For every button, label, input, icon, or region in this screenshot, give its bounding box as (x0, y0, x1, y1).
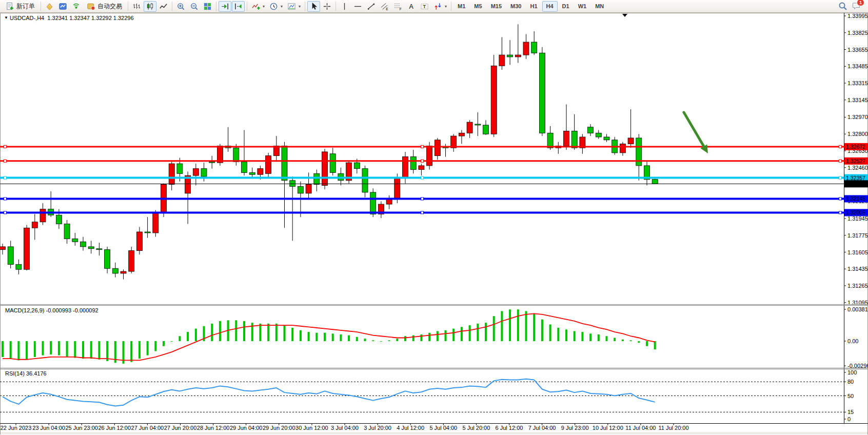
line-handle[interactable] (839, 145, 842, 148)
macd-histogram-bar (26, 341, 28, 360)
cursor-button[interactable] (307, 1, 320, 12)
crosshair-button[interactable] (321, 1, 333, 12)
chart-canvas[interactable]: 1.339951.338251.336551.334851.333151.331… (0, 0, 868, 435)
candle-body (628, 138, 634, 144)
line-handle[interactable] (421, 211, 424, 214)
candle-body (217, 146, 223, 163)
candle-body (652, 180, 658, 184)
new-order-button[interactable]: 新订单 (2, 1, 38, 12)
line-handle[interactable] (4, 197, 7, 200)
vertical-line-button[interactable] (338, 1, 351, 12)
chart-shift-button[interactable] (232, 1, 245, 12)
candle-body (233, 148, 239, 162)
timeframe-m1-button[interactable]: M1 (453, 1, 469, 12)
candle-body (410, 157, 416, 170)
candle-body (459, 133, 464, 136)
chat-button[interactable]: 1 (852, 2, 861, 11)
line-chart-button[interactable] (157, 1, 170, 12)
line-handle[interactable] (421, 160, 424, 162)
tile-windows-button[interactable] (201, 1, 214, 12)
charts-window-button[interactable] (56, 1, 69, 12)
timeframe-h4-button[interactable]: H4 (542, 1, 558, 12)
signal-icon (72, 2, 81, 11)
macd-histogram-bar (2, 341, 4, 357)
price-tick-label: 1.31775 (847, 232, 868, 239)
macd-histogram-bar (589, 333, 591, 341)
line-handle[interactable] (421, 176, 424, 179)
chevron-down-icon: ▾ (445, 4, 447, 9)
label-tool-button[interactable]: T (418, 1, 431, 12)
zoom-in-button[interactable] (174, 1, 187, 12)
zoom-out-button[interactable] (188, 1, 201, 12)
line-handle[interactable] (839, 211, 842, 214)
timeframe-d1-button[interactable]: D1 (558, 1, 574, 12)
channel-glyph: E (386, 7, 388, 10)
candle-body (136, 232, 142, 251)
chart-collapse-icon[interactable]: ▼ (4, 15, 8, 20)
arrows-tool-button[interactable]: ▾ (431, 1, 449, 12)
horizontal-line-button[interactable] (351, 1, 364, 12)
candle-body (475, 124, 481, 125)
timeframe-m30-button[interactable]: M30 (506, 1, 525, 12)
macd-histogram-bar (315, 333, 318, 341)
trendline-button[interactable] (365, 1, 378, 12)
main-toolbar: 新订单 自动交易 (0, 0, 868, 13)
line-handle[interactable] (839, 176, 842, 179)
timeframe-w1-button[interactable]: W1 (574, 1, 591, 12)
macd-histogram-bar (130, 341, 132, 362)
macd-histogram-bar (195, 329, 197, 341)
auto-scroll-button[interactable] (219, 1, 231, 12)
candle-body (507, 55, 513, 57)
macd-histogram-bar (17, 341, 19, 360)
signals-button[interactable] (70, 1, 83, 12)
candle-body (258, 169, 263, 175)
quotes-button[interactable] (43, 1, 56, 12)
macd-histogram-bar (364, 339, 366, 341)
price-tick-label: 1.31435 (847, 266, 868, 272)
macd-histogram-bar (428, 333, 430, 341)
candle-body (314, 173, 320, 184)
price-label-text: 1.32145 (846, 195, 865, 202)
fibonacci-button[interactable]: F (391, 1, 404, 12)
timeframe-h1-button[interactable]: H1 (526, 1, 541, 12)
candle-body (282, 146, 287, 180)
rsi-indicator-label: RSI(14) 36.4176 (5, 370, 47, 377)
periods-button[interactable]: ▾ (267, 1, 285, 12)
line-handle[interactable] (4, 176, 7, 179)
macd-histogram-bar (139, 341, 141, 359)
search-icon[interactable] (838, 2, 847, 11)
line-handle[interactable] (4, 145, 7, 148)
line-handle[interactable] (421, 145, 424, 148)
line-handle[interactable] (4, 160, 7, 162)
chevron-down-icon: ▾ (263, 4, 265, 9)
candle-body (129, 251, 134, 271)
timeframe-m5-button[interactable]: M5 (470, 1, 486, 12)
auto-trading-button[interactable]: 自动交易 (83, 1, 126, 12)
price-tick-label: 1.33485 (847, 63, 868, 69)
channel-button[interactable]: E (378, 1, 391, 12)
timeframe-mn-button[interactable]: MN (591, 1, 608, 12)
macd-histogram-bar (42, 341, 44, 355)
window-bottom-strip (1, 432, 867, 434)
time-tick-label: 26 Jun 12:00 (98, 425, 131, 431)
bar-chart-button[interactable] (130, 1, 143, 12)
line-handle[interactable] (839, 197, 842, 200)
label-tool-icon: T (420, 2, 429, 11)
annotation-arrow[interactable] (684, 112, 704, 146)
toolbar-separator (128, 2, 128, 11)
macd-histogram-bar (565, 329, 567, 341)
price-label-text: 1.32527 (846, 158, 865, 164)
candlestick-chart-button[interactable] (144, 1, 156, 12)
line-handle[interactable] (4, 211, 7, 214)
timeframe-m15-button[interactable]: M15 (487, 1, 506, 12)
indicators-button[interactable]: ▾ (249, 1, 267, 12)
rsi-tick-label: 15 (847, 409, 854, 415)
time-tick-label: 3 Jul 20:00 (364, 425, 391, 431)
text-tool-button[interactable]: A (405, 1, 418, 12)
candle-body (193, 169, 199, 175)
time-tick-label: 29 Jun 04:00 (230, 425, 263, 431)
line-handle[interactable] (839, 160, 842, 162)
line-handle[interactable] (421, 197, 424, 200)
templates-button[interactable]: ▾ (285, 1, 303, 12)
candle-body (266, 156, 271, 174)
